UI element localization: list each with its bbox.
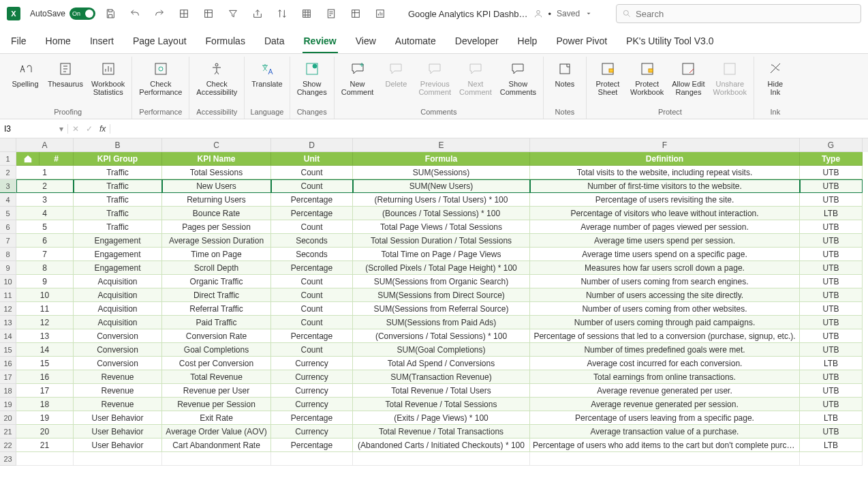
row-header[interactable]: 8	[0, 248, 16, 261]
row-header[interactable]: 12	[0, 302, 16, 316]
cell-group[interactable]: User Behavior	[74, 425, 162, 438]
cell-unit[interactable]: Count	[271, 166, 353, 179]
qat-share-icon[interactable]	[248, 4, 267, 23]
col-header-F[interactable]: F	[530, 138, 800, 152]
tab-pk-s-utility-tool-v3-0[interactable]: PK's Utility Tool V3.0	[625, 31, 715, 53]
cell-num[interactable]: 11	[16, 302, 74, 316]
cell-kpi-name[interactable]: Referral Traffic	[162, 302, 271, 316]
cell-definition[interactable]: Average revenue generated per session.	[530, 398, 800, 411]
cell-type[interactable]: UTB	[800, 275, 863, 288]
cell-kpi-name[interactable]: Exit Rate	[162, 411, 271, 425]
spreadsheet-grid[interactable]: A B C D E F G 1 # KPI Group KPI Name Uni…	[0, 138, 868, 466]
cell-type[interactable]: LTB	[800, 207, 863, 220]
cell-group[interactable]: Revenue	[74, 398, 162, 411]
cell-num[interactable]: 17	[16, 384, 74, 398]
row-header[interactable]: 4	[0, 193, 16, 207]
cell-group[interactable]: Traffic	[74, 207, 162, 220]
qat-grid-icon[interactable]	[174, 4, 193, 23]
undo-icon[interactable]	[125, 4, 144, 23]
cell-kpi-name[interactable]: Average Session Duration	[162, 234, 271, 248]
cell-type[interactable]: UTB	[800, 248, 863, 261]
cell-unit[interactable]: Count	[271, 288, 353, 302]
table-row[interactable]: 21 20 User Behavior Average Order Value …	[0, 425, 868, 438]
cell-num[interactable]: 10	[16, 288, 74, 302]
protect-workbook-button[interactable]: ProtectWorkbook	[627, 57, 666, 99]
tab-file[interactable]: File	[10, 31, 28, 53]
cell-definition[interactable]: Number of users coming from other websit…	[530, 302, 800, 316]
cell-definition[interactable]: Average number of pages viewed per sessi…	[530, 220, 800, 234]
cell-group[interactable]: Acquisition	[74, 275, 162, 288]
cell-formula[interactable]: SUM(Sessions from Paid Ads)	[353, 316, 530, 329]
check-performance-button[interactable]: CheckPerformance	[136, 57, 185, 99]
cell-type[interactable]: UTB	[800, 343, 863, 357]
cell-num[interactable]: 2	[16, 179, 74, 193]
table-row[interactable]: 12 11 Acquisition Referral Traffic Count…	[0, 302, 868, 316]
table-row[interactable]: 19 18 Revenue Revenue per Session Curren…	[0, 398, 868, 411]
cell-group[interactable]: Revenue	[74, 384, 162, 398]
cell-num[interactable]: 13	[16, 329, 74, 343]
cell-definition[interactable]: Number of users accessing the site direc…	[530, 288, 800, 302]
tab-page-layout[interactable]: Page Layout	[131, 31, 188, 53]
cell-group[interactable]: Revenue	[74, 370, 162, 384]
cell-formula[interactable]: SUM(New Users)	[353, 179, 530, 193]
cell-formula[interactable]: SUM(Sessions from Direct Source)	[353, 288, 530, 302]
col-header-B[interactable]: B	[74, 138, 162, 152]
cell-formula[interactable]: (Returning Users / Total Users) * 100	[353, 193, 530, 207]
cell-type[interactable]: UTB	[800, 261, 863, 275]
cell-group[interactable]: Traffic	[74, 166, 162, 179]
cell-formula[interactable]: (Abandoned Carts / Initiated Checkouts) …	[353, 438, 530, 452]
cell-type[interactable]: UTB	[800, 234, 863, 248]
cell-num[interactable]: 12	[16, 316, 74, 329]
cell-formula[interactable]: SUM(Transaction Revenue)	[353, 370, 530, 384]
cell-unit[interactable]: Seconds	[271, 248, 353, 261]
cell-definition[interactable]: Number of first-time visitors to the web…	[530, 179, 800, 193]
cell-formula[interactable]: Total Time on Page / Page Views	[353, 248, 530, 261]
cell-kpi-name[interactable]: Direct Traffic	[162, 288, 271, 302]
row-header[interactable]: 23	[0, 452, 16, 466]
table-row[interactable]: 7 6 Engagement Average Session Duration …	[0, 234, 868, 248]
row-header[interactable]: 15	[0, 343, 16, 357]
table-row[interactable]: 15 14 Conversion Goal Completions Count …	[0, 343, 868, 357]
cell-num[interactable]: 5	[16, 220, 74, 234]
cell-formula[interactable]: (Conversions / Total Sessions) * 100	[353, 329, 530, 343]
cell-unit[interactable]: Count	[271, 179, 353, 193]
cell-group[interactable]: Acquisition	[74, 288, 162, 302]
cell-unit[interactable]: Currency	[271, 425, 353, 438]
autosave-toggle[interactable]: AutoSave On	[30, 8, 95, 20]
cell-kpi-name[interactable]: Total Sessions	[162, 166, 271, 179]
show-comments-button[interactable]: ShowComments	[497, 57, 539, 99]
cell-definition[interactable]: Percentage of users who add items to the…	[530, 438, 800, 452]
cell-num[interactable]: 8	[16, 261, 74, 275]
qat-filter-icon[interactable]	[223, 4, 243, 23]
table-row[interactable]: 10 9 Acquisition Organic Traffic Count S…	[0, 275, 868, 288]
cell-unit[interactable]: Currency	[271, 398, 353, 411]
table-row[interactable]: 6 5 Traffic Pages per Session Count Tota…	[0, 220, 868, 234]
qat-pivot-icon[interactable]	[199, 4, 218, 23]
table-row[interactable]: 20 19 User Behavior Exit Rate Percentage…	[0, 411, 868, 425]
table-row[interactable]: 17 16 Revenue Total Revenue Currency SUM…	[0, 370, 868, 384]
name-box[interactable]: ▾	[0, 124, 68, 134]
cell-unit[interactable]: Seconds	[271, 234, 353, 248]
cell-num[interactable]: 1	[16, 166, 74, 179]
cell-unit[interactable]: Count	[271, 275, 353, 288]
protect-sheet-button[interactable]: ProtectSheet	[591, 57, 625, 99]
search-input[interactable]	[636, 9, 855, 19]
cell-group[interactable]: User Behavior	[74, 438, 162, 452]
name-box-input[interactable]	[4, 124, 52, 134]
cell-kpi-name[interactable]: Time on Page	[162, 248, 271, 261]
tab-help[interactable]: Help	[516, 31, 539, 53]
cell-unit[interactable]: Count	[271, 343, 353, 357]
cell-unit[interactable]: Currency	[271, 370, 353, 384]
cell-kpi-name[interactable]: Goal Completions	[162, 343, 271, 357]
cell-kpi-name[interactable]: Total Revenue	[162, 370, 271, 384]
cell-num[interactable]: 3	[16, 193, 74, 207]
cell-kpi-name[interactable]: Organic Traffic	[162, 275, 271, 288]
cell-formula[interactable]: SUM(Sessions)	[353, 166, 530, 179]
cell-unit[interactable]: Percentage	[271, 261, 353, 275]
cell-definition[interactable]: Total visits to the website, including r…	[530, 166, 800, 179]
cell-group[interactable]: Acquisition	[74, 302, 162, 316]
row-header[interactable]: 10	[0, 275, 16, 288]
cell-num[interactable]: 4	[16, 207, 74, 220]
cell-type[interactable]: LTB	[800, 411, 863, 425]
cell-kpi-name[interactable]: New Users	[162, 179, 271, 193]
